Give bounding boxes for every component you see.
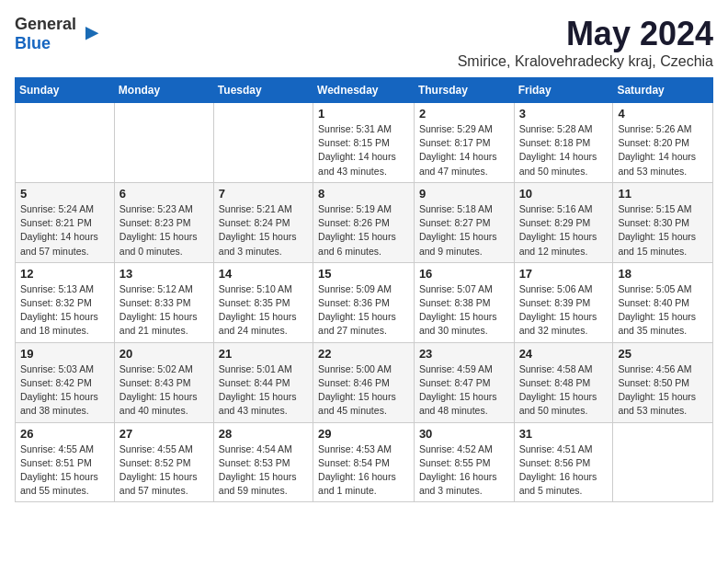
calendar-cell: 29Sunrise: 4:53 AMSunset: 8:54 PMDayligh… [313,422,415,502]
day-number: 4 [618,107,708,121]
calendar-cell: 4Sunrise: 5:26 AMSunset: 8:20 PMDaylight… [613,103,713,183]
day-number: 3 [519,107,609,121]
calendar-cell: 24Sunrise: 4:58 AMSunset: 8:48 PMDayligh… [514,342,613,422]
day-info: Sunrise: 5:18 AMSunset: 8:27 PMDaylight:… [419,202,509,259]
calendar-cell: 25Sunrise: 4:56 AMSunset: 8:50 PMDayligh… [613,342,713,422]
calendar-cell [613,422,713,502]
logo-general: General [15,15,76,33]
calendar-cell: 5Sunrise: 5:24 AMSunset: 8:21 PMDaylight… [16,182,115,262]
calendar-cell: 18Sunrise: 5:05 AMSunset: 8:40 PMDayligh… [613,262,713,342]
page-header: General Blue May 2024 Smirice, Kralovehr… [15,15,713,70]
day-number: 2 [419,107,509,121]
calendar-week-row: 19Sunrise: 5:03 AMSunset: 8:42 PMDayligh… [16,342,713,422]
day-number: 9 [419,187,509,201]
day-number: 23 [419,347,509,361]
day-number: 19 [20,347,109,361]
day-info: Sunrise: 4:55 AMSunset: 8:52 PMDaylight:… [119,442,209,499]
day-info: Sunrise: 5:26 AMSunset: 8:20 PMDaylight:… [618,122,708,178]
location-title: Smirice, Kralovehradecky kraj, Czechia [458,53,713,70]
calendar-cell: 19Sunrise: 5:03 AMSunset: 8:42 PMDayligh… [16,342,115,422]
day-info: Sunrise: 5:03 AMSunset: 8:42 PMDaylight:… [20,362,109,419]
weekday-header-wednesday: Wednesday [313,78,415,103]
calendar-cell [16,103,115,183]
calendar-cell: 17Sunrise: 5:06 AMSunset: 8:39 PMDayligh… [514,262,613,342]
day-info: Sunrise: 5:29 AMSunset: 8:17 PMDaylight:… [419,122,509,178]
day-info: Sunrise: 4:53 AMSunset: 8:54 PMDaylight:… [318,442,409,499]
day-info: Sunrise: 5:16 AMSunset: 8:29 PMDaylight:… [519,202,609,259]
day-info: Sunrise: 5:21 AMSunset: 8:24 PMDaylight:… [219,202,308,259]
day-number: 27 [119,427,209,441]
weekday-header-row: SundayMondayTuesdayWednesdayThursdayFrid… [16,78,713,103]
title-block: May 2024 Smirice, Kralovehradecky kraj, … [458,15,713,70]
day-info: Sunrise: 5:19 AMSunset: 8:26 PMDaylight:… [318,202,409,259]
day-info: Sunrise: 4:52 AMSunset: 8:55 PMDaylight:… [419,442,509,499]
calendar-cell: 30Sunrise: 4:52 AMSunset: 8:55 PMDayligh… [414,422,514,502]
calendar-week-row: 5Sunrise: 5:24 AMSunset: 8:21 PMDaylight… [16,182,713,262]
day-info: Sunrise: 5:05 AMSunset: 8:40 PMDaylight:… [618,282,708,339]
calendar-week-row: 1Sunrise: 5:31 AMSunset: 8:15 PMDaylight… [16,103,713,183]
calendar-cell [213,103,313,183]
calendar-cell: 13Sunrise: 5:12 AMSunset: 8:33 PMDayligh… [114,262,213,342]
day-number: 20 [119,347,209,361]
day-number: 13 [119,267,209,281]
day-number: 15 [318,267,409,281]
day-number: 18 [618,267,708,281]
day-number: 8 [318,187,409,201]
day-info: Sunrise: 4:56 AMSunset: 8:50 PMDaylight:… [618,362,708,419]
day-info: Sunrise: 4:58 AMSunset: 8:48 PMDaylight:… [519,362,609,419]
calendar-cell: 31Sunrise: 4:51 AMSunset: 8:56 PMDayligh… [514,422,613,502]
calendar-cell: 20Sunrise: 5:02 AMSunset: 8:43 PMDayligh… [114,342,213,422]
calendar-cell: 16Sunrise: 5:07 AMSunset: 8:38 PMDayligh… [414,262,514,342]
calendar-cell: 7Sunrise: 5:21 AMSunset: 8:24 PMDaylight… [213,182,313,262]
day-info: Sunrise: 5:01 AMSunset: 8:44 PMDaylight:… [219,362,308,419]
day-info: Sunrise: 5:00 AMSunset: 8:46 PMDaylight:… [318,362,409,419]
calendar-cell: 28Sunrise: 4:54 AMSunset: 8:53 PMDayligh… [213,422,313,502]
month-title: May 2024 [458,15,713,53]
calendar-cell: 2Sunrise: 5:29 AMSunset: 8:17 PMDaylight… [414,103,514,183]
logo-icon [78,23,100,45]
weekday-header-friday: Friday [514,78,613,103]
weekday-header-monday: Monday [114,78,213,103]
day-info: Sunrise: 5:12 AMSunset: 8:33 PMDaylight:… [119,282,209,339]
calendar-cell [114,103,213,183]
day-info: Sunrise: 5:24 AMSunset: 8:21 PMDaylight:… [20,202,109,259]
calendar-cell: 15Sunrise: 5:09 AMSunset: 8:36 PMDayligh… [313,262,415,342]
day-number: 22 [318,347,409,361]
weekday-header-thursday: Thursday [414,78,514,103]
calendar-week-row: 26Sunrise: 4:55 AMSunset: 8:51 PMDayligh… [16,422,713,502]
calendar-cell: 1Sunrise: 5:31 AMSunset: 8:15 PMDaylight… [313,103,415,183]
calendar-cell: 23Sunrise: 4:59 AMSunset: 8:47 PMDayligh… [414,342,514,422]
calendar-cell: 11Sunrise: 5:15 AMSunset: 8:30 PMDayligh… [613,182,713,262]
day-number: 11 [618,187,708,201]
day-info: Sunrise: 5:31 AMSunset: 8:15 PMDaylight:… [318,122,409,178]
day-info: Sunrise: 5:06 AMSunset: 8:39 PMDaylight:… [519,282,609,339]
day-info: Sunrise: 5:23 AMSunset: 8:23 PMDaylight:… [119,202,209,259]
calendar-cell: 8Sunrise: 5:19 AMSunset: 8:26 PMDaylight… [313,182,415,262]
day-number: 21 [219,347,308,361]
logo-text: General Blue [15,15,76,53]
calendar-cell: 3Sunrise: 5:28 AMSunset: 8:18 PMDaylight… [514,103,613,183]
calendar-cell: 12Sunrise: 5:13 AMSunset: 8:32 PMDayligh… [16,262,115,342]
logo-blue: Blue [15,34,51,52]
day-info: Sunrise: 5:10 AMSunset: 8:35 PMDaylight:… [219,282,308,339]
calendar-cell: 9Sunrise: 5:18 AMSunset: 8:27 PMDaylight… [414,182,514,262]
calendar-cell: 26Sunrise: 4:55 AMSunset: 8:51 PMDayligh… [16,422,115,502]
day-number: 31 [519,427,609,441]
day-info: Sunrise: 4:59 AMSunset: 8:47 PMDaylight:… [419,362,509,419]
day-number: 14 [219,267,308,281]
day-number: 12 [20,267,109,281]
calendar-cell: 6Sunrise: 5:23 AMSunset: 8:23 PMDaylight… [114,182,213,262]
logo: General Blue [15,15,100,53]
calendar-cell: 14Sunrise: 5:10 AMSunset: 8:35 PMDayligh… [213,262,313,342]
day-number: 25 [618,347,708,361]
day-number: 7 [219,187,308,201]
day-number: 28 [219,427,308,441]
calendar-cell: 10Sunrise: 5:16 AMSunset: 8:29 PMDayligh… [514,182,613,262]
day-number: 26 [20,427,109,441]
day-info: Sunrise: 4:51 AMSunset: 8:56 PMDaylight:… [519,442,609,499]
day-info: Sunrise: 4:54 AMSunset: 8:53 PMDaylight:… [219,442,308,499]
svg-marker-0 [85,27,98,40]
day-info: Sunrise: 5:09 AMSunset: 8:36 PMDaylight:… [318,282,409,339]
day-number: 30 [419,427,509,441]
calendar-table: SundayMondayTuesdayWednesdayThursdayFrid… [15,77,713,502]
